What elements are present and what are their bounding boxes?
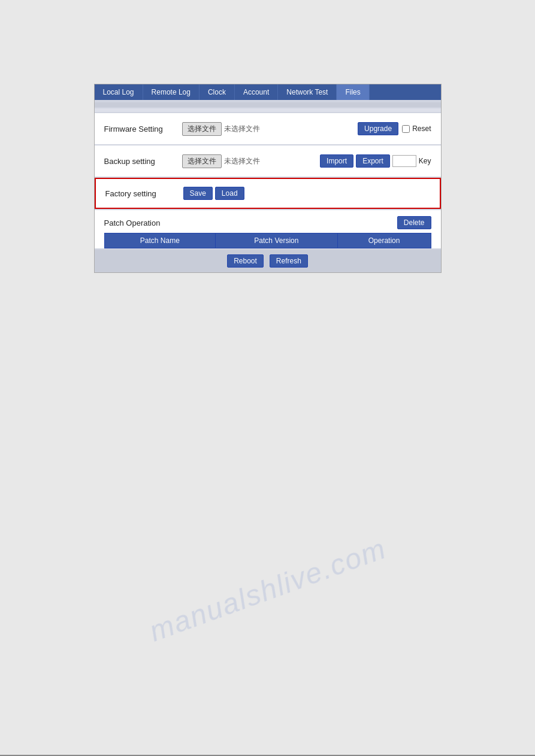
backup-right-controls: Import Export Key <box>320 154 431 168</box>
tab-bar: Local Log Remote Log Clock Account Netwo… <box>95 84 441 100</box>
firmware-file-text: 未选择文件 <box>224 124 260 134</box>
refresh-button[interactable]: Refresh <box>270 254 308 268</box>
tab-local-log[interactable]: Local Log <box>95 84 143 100</box>
tab-remote-log[interactable]: Remote Log <box>143 84 200 100</box>
backup-choose-file-button[interactable]: 选择文件 <box>182 154 222 168</box>
patch-table: Patch Name Patch Version Operation <box>104 233 431 248</box>
sep-bar-top <box>95 102 441 107</box>
firmware-file-controls: 选择文件 未选择文件 <box>182 122 352 136</box>
content-area: Firmware Setting 选择文件 未选择文件 Upgrade Rese… <box>95 100 441 272</box>
tab-clock[interactable]: Clock <box>200 84 235 100</box>
patch-table-header-row: Patch Name Patch Version Operation <box>104 233 431 248</box>
sep-bar-light <box>95 108 441 112</box>
backup-label: Backup setting <box>104 157 176 166</box>
key-label: Key <box>419 157 431 165</box>
patch-label: Patch Operation <box>104 218 397 227</box>
factory-label: Factory setting <box>105 189 177 198</box>
main-panel: Local Log Remote Log Clock Account Netwo… <box>94 84 442 273</box>
reset-label: Reset <box>412 125 431 133</box>
patch-section: Patch Operation Delete Patch Name Patch … <box>95 210 441 248</box>
tab-network-test[interactable]: Network Test <box>278 84 337 100</box>
firmware-right-controls: Upgrade Reset <box>358 122 431 135</box>
factory-setting-row: Factory setting Save Load <box>95 178 441 209</box>
page-wrapper: Local Log Remote Log Clock Account Netwo… <box>0 0 535 756</box>
export-button[interactable]: Export <box>356 154 390 168</box>
import-button[interactable]: Import <box>320 154 353 168</box>
tab-files[interactable]: Files <box>337 84 369 100</box>
firmware-setting-row: Firmware Setting 选择文件 未选择文件 Upgrade Rese… <box>95 113 441 144</box>
backup-file-text: 未选择文件 <box>224 156 260 166</box>
firmware-choose-file-button[interactable]: 选择文件 <box>182 122 222 136</box>
backup-file-controls: 选择文件 未选择文件 <box>182 154 315 168</box>
patch-operation-header: Operation <box>337 233 431 248</box>
delete-button[interactable]: Delete <box>397 216 431 229</box>
reboot-button[interactable]: Reboot <box>227 254 264 268</box>
key-input[interactable] <box>392 155 416 167</box>
load-button[interactable]: Load <box>215 187 244 200</box>
patch-version-header: Patch Version <box>216 233 338 248</box>
save-button[interactable]: Save <box>183 187 213 200</box>
reset-checkbox[interactable] <box>402 125 410 133</box>
firmware-label: Firmware Setting <box>104 125 176 133</box>
patch-header-row: Patch Operation Delete <box>104 216 431 229</box>
upgrade-button[interactable]: Upgrade <box>358 122 398 135</box>
bottom-bar: Reboot Refresh <box>95 250 441 272</box>
watermark: manualshlive.com <box>145 532 391 648</box>
factory-controls: Save Load <box>183 187 430 200</box>
patch-name-header: Patch Name <box>104 233 216 248</box>
backup-setting-row: Backup setting 选择文件 未选择文件 Import Export … <box>95 145 441 177</box>
tab-account[interactable]: Account <box>235 84 278 100</box>
